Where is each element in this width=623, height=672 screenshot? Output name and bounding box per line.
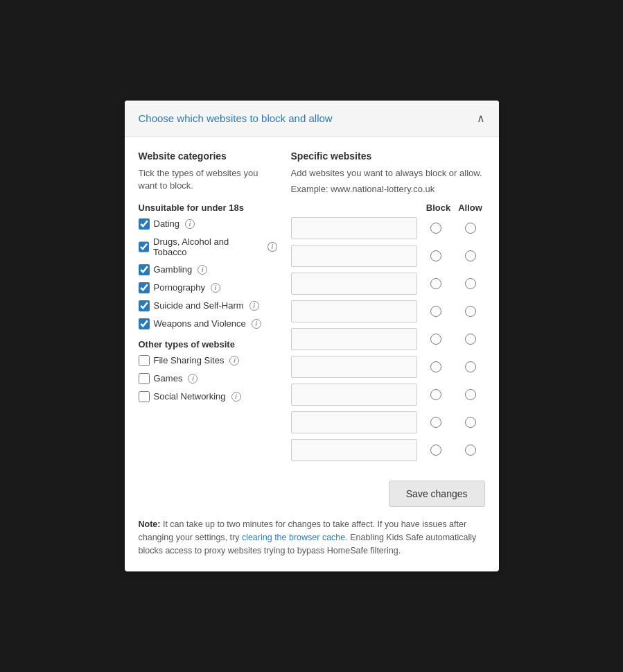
table-row [291, 273, 486, 295]
allow-radio-1[interactable] [465, 223, 476, 234]
website-input-5[interactable] [291, 328, 417, 350]
website-input-2[interactable] [291, 245, 417, 267]
checkbox-weapons-label: Weapons and Violence [154, 318, 246, 329]
checkbox-suicide: Suicide and Self-Harm i [139, 300, 277, 311]
checkbox-dating-input[interactable] [139, 218, 150, 230]
checkbox-gambling-label: Gambling [154, 264, 193, 275]
save-changes-button[interactable]: Save changes [389, 481, 485, 507]
allow-radio-col-8 [455, 417, 486, 428]
checkbox-weapons-input[interactable] [139, 318, 150, 329]
panel-body: Website categories Tick the types of web… [125, 137, 499, 481]
allow-radio-8[interactable] [465, 417, 476, 428]
block-radio-5[interactable] [430, 334, 441, 345]
checkbox-weapons: Weapons and Violence i [139, 318, 277, 329]
table-row [291, 411, 486, 433]
website-input-1[interactable] [291, 217, 417, 239]
checkbox-drugs-label: Drugs, Alcohol and Tobacco [153, 236, 262, 257]
note-section: Note: It can take up to two minutes for … [125, 518, 499, 571]
allow-radio-3[interactable] [465, 278, 476, 289]
footer-actions: Save changes [125, 481, 499, 518]
pornography-info-icon[interactable]: i [211, 283, 220, 293]
drugs-info-icon[interactable]: i [267, 242, 277, 252]
allow-radio-6[interactable] [465, 361, 476, 372]
games-info-icon[interactable]: i [188, 374, 198, 384]
website-table: Block Allow [291, 203, 486, 461]
categories-title: Website categories [139, 150, 277, 162]
panel-title: Choose which websites to block and allow [139, 112, 333, 124]
gambling-info-icon[interactable]: i [198, 265, 207, 275]
checkbox-drugs: Drugs, Alcohol and Tobacco i [139, 236, 277, 257]
socialnetworking-info-icon[interactable]: i [231, 392, 241, 402]
checkbox-pornography: Pornography i [139, 282, 277, 293]
website-input-3[interactable] [291, 273, 417, 295]
allow-radio-col-6 [455, 361, 486, 372]
checkbox-socialnetworking-input[interactable] [139, 391, 150, 402]
block-radio-col-1 [420, 223, 452, 234]
checkbox-pornography-input[interactable] [139, 282, 150, 293]
clearing-link[interactable]: clearing the browser cache [242, 533, 345, 542]
checkbox-socialnetworking: Social Networking i [139, 391, 277, 402]
allow-radio-5[interactable] [465, 334, 476, 345]
checkbox-suicide-label: Suicide and Self-Harm [154, 300, 244, 311]
allow-radio-7[interactable] [465, 389, 476, 400]
checkbox-filesharing: File Sharing Sites i [139, 355, 277, 366]
block-radio-col-5 [420, 334, 452, 345]
specific-desc: Add websites you want to always block or… [291, 167, 486, 180]
table-row [291, 300, 486, 322]
checkbox-gambling-input[interactable] [139, 264, 150, 275]
checkbox-drugs-input[interactable] [139, 241, 150, 252]
block-radio-9[interactable] [430, 445, 441, 456]
collapse-icon[interactable]: ∧ [477, 112, 485, 125]
checkbox-socialnetworking-label: Social Networking [154, 391, 226, 402]
block-radio-col-2 [420, 250, 452, 261]
specific-title: Specific websites [291, 150, 486, 162]
checkbox-filesharing-input[interactable] [139, 355, 150, 366]
checkbox-games-input[interactable] [139, 373, 150, 384]
block-radio-4[interactable] [430, 306, 441, 317]
website-input-9[interactable] [291, 439, 417, 461]
website-input-7[interactable] [291, 384, 417, 406]
block-radio-col-4 [420, 306, 452, 317]
allow-radio-col-3 [455, 278, 486, 289]
website-input-8[interactable] [291, 411, 417, 433]
allow-radio-col-1 [455, 223, 486, 234]
table-row [291, 245, 486, 267]
panel-header: Choose which websites to block and allow… [125, 101, 499, 137]
block-radio-3[interactable] [430, 278, 441, 289]
block-radio-col-9 [420, 445, 452, 456]
website-input-6[interactable] [291, 356, 417, 378]
allow-radio-col-9 [455, 445, 486, 456]
block-radio-8[interactable] [430, 417, 441, 428]
block-col-header: Block [423, 203, 455, 213]
block-radio-col-3 [420, 278, 452, 289]
left-column: Website categories Tick the types of web… [139, 150, 277, 467]
checkbox-games-label: Games [154, 373, 183, 384]
checkbox-suicide-input[interactable] [139, 300, 150, 311]
weapons-info-icon[interactable]: i [252, 319, 261, 329]
dating-info-icon[interactable]: i [185, 219, 195, 229]
checkbox-filesharing-label: File Sharing Sites [154, 355, 225, 365]
block-radio-col-7 [420, 389, 452, 400]
table-row [291, 439, 486, 461]
table-row [291, 384, 486, 406]
allow-radio-9[interactable] [465, 445, 476, 456]
checkbox-gambling: Gambling i [139, 264, 277, 275]
example-text: Example: www.national-lottery.co.uk [291, 184, 486, 194]
group-other-title: Other types of website [139, 339, 277, 350]
filesharing-info-icon[interactable]: i [229, 356, 239, 365]
block-radio-1[interactable] [430, 223, 441, 234]
block-radio-6[interactable] [430, 361, 441, 372]
block-radio-7[interactable] [430, 389, 441, 400]
checkbox-dating-label: Dating [154, 218, 180, 229]
allow-radio-col-2 [455, 250, 486, 261]
block-radio-col-6 [420, 361, 452, 372]
suicide-info-icon[interactable]: i [249, 301, 259, 311]
block-radio-2[interactable] [430, 250, 441, 261]
allow-radio-4[interactable] [465, 306, 476, 317]
checkbox-pornography-label: Pornography [154, 282, 205, 293]
allow-col-header: Allow [455, 203, 486, 213]
two-col-layout: Website categories Tick the types of web… [139, 150, 485, 467]
table-row [291, 217, 486, 239]
allow-radio-2[interactable] [465, 250, 476, 261]
website-input-4[interactable] [291, 300, 417, 322]
